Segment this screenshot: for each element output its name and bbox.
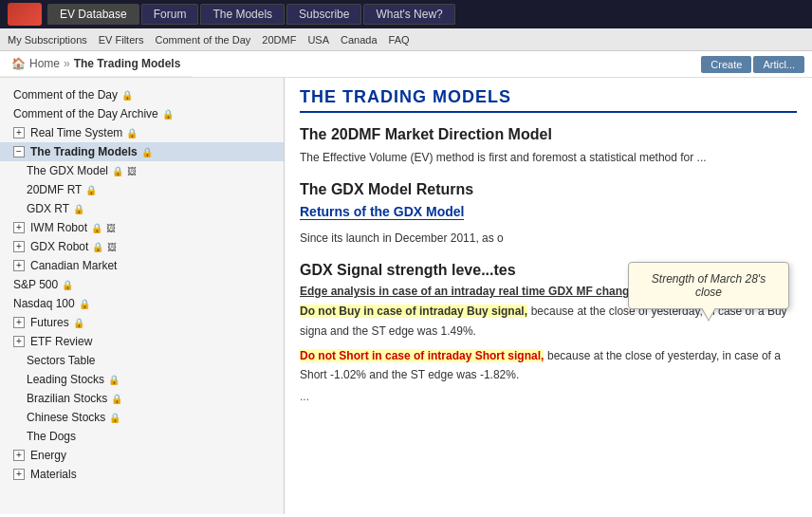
tab-models[interactable]: The Models [200, 4, 285, 25]
expand-icon[interactable]: + [13, 317, 25, 328]
image-icon: 🖼 [107, 242, 117, 252]
sidebar-label: Futures [30, 316, 69, 329]
image-icon: 🖼 [106, 223, 116, 233]
sidebar-item-chinese-stocks[interactable]: Chinese Stocks 🔒 [0, 408, 284, 427]
sidebar-item-materials[interactable]: + Materials [0, 465, 284, 484]
lock-icon: 🔒 [162, 109, 174, 120]
sidebar-item-comment-archive[interactable]: Comment of the Day Archive 🔒 [0, 104, 284, 123]
sidebar-item-sp500[interactable]: S&P 500 🔒 [0, 275, 284, 294]
sidebar-label: The Trading Models [30, 145, 138, 158]
sidebar-label: GDX Robot [30, 240, 88, 253]
sidebar-label: Comment of the Day Archive [13, 107, 158, 120]
sidebar-item-real-time[interactable]: + Real Time System 🔒 [0, 123, 284, 142]
section-text-gdx-returns: Since its launch in December 2011, as o [300, 230, 797, 247]
tab-forum[interactable]: Forum [141, 4, 199, 25]
image-icon: 🖼 [127, 166, 137, 176]
sidebar-item-comment-day[interactable]: Comment of the Day 🔒 [0, 85, 284, 104]
subnav-canada[interactable]: Canada [341, 34, 378, 46]
breadcrumb-sep: » [64, 57, 70, 70]
subnav-faq[interactable]: FAQ [389, 34, 410, 46]
sidebar-item-nasdaq100[interactable]: Nasdaq 100 🔒 [0, 294, 284, 313]
lock-icon: 🔒 [108, 375, 120, 385]
section-gdx-returns: The GDX Model Returns Returns of the GDX… [300, 181, 797, 247]
sidebar-item-gdx-rt[interactable]: GDX RT 🔒 [0, 199, 284, 218]
site-logo [8, 3, 42, 26]
article-button[interactable]: Articl... [753, 56, 804, 73]
tab-subscribe[interactable]: Subscribe [286, 4, 361, 25]
sidebar-label: Brazilian Stocks [27, 392, 107, 405]
lock-icon: 🔒 [79, 299, 90, 309]
expand-icon[interactable]: + [13, 450, 25, 461]
expand-icon[interactable]: + [13, 336, 25, 347]
sidebar-label: 20DMF RT [27, 183, 82, 196]
expand-icon[interactable]: + [13, 241, 25, 252]
sidebar-item-sectors-table[interactable]: Sectors Table [0, 351, 284, 370]
subnav-20dmf[interactable]: 20DMF [262, 34, 296, 46]
lock-icon: 🔒 [73, 318, 84, 328]
lock-icon: 🔒 [62, 280, 73, 290]
lock-icon: 🔒 [141, 147, 153, 157]
sidebar-item-trading-models[interactable]: − The Trading Models 🔒 [0, 142, 284, 161]
section-20dmf: The 20DMF Market Direction Model The Eff… [300, 126, 797, 166]
subnav-ev-filters[interactable]: EV Filters [99, 34, 144, 46]
lock-icon: 🔒 [111, 394, 122, 404]
lock-icon: 🔒 [121, 90, 133, 101]
sidebar-label: S&P 500 [13, 278, 58, 291]
sidebar-item-canadian-market[interactable]: + Canadian Market [0, 256, 284, 275]
main-layout: Comment of the Day 🔒 Comment of the Day … [0, 78, 812, 514]
breadcrumb-home-icon: 🏠 [11, 57, 26, 70]
content-area: THE TRADING MODELS The 20DMF Market Dire… [285, 78, 812, 514]
short-signal-line: Do not Short in case of intraday Short s… [300, 346, 797, 386]
page-title: THE TRADING MODELS [300, 87, 797, 113]
sub-nav: My Subscriptions EV Filters Comment of t… [0, 28, 812, 51]
create-button[interactable]: Create [701, 56, 751, 73]
sidebar-item-gdx-robot[interactable]: + GDX Robot 🔒 🖼 [0, 237, 284, 256]
sidebar-item-iwm-robot[interactable]: + IWM Robot 🔒 🖼 [0, 218, 284, 237]
tab-ev-database[interactable]: EV Database [47, 4, 139, 25]
lock-icon: 🔒 [126, 128, 138, 138]
expand-icon[interactable]: + [13, 127, 25, 138]
sidebar-label: Materials [30, 468, 77, 481]
sidebar-item-brazilian-stocks[interactable]: Brazilian Stocks 🔒 [0, 389, 284, 408]
expand-icon[interactable]: + [13, 260, 25, 271]
breadcrumb-home-link[interactable]: Home [29, 57, 60, 70]
sidebar-label: Canadian Market [30, 259, 117, 272]
expand-icon[interactable]: − [13, 146, 25, 157]
sidebar-label: Real Time System [30, 126, 122, 139]
top-nav: EV Database Forum The Models Subscribe W… [47, 4, 455, 25]
sidebar-label: The GDX Model [27, 164, 108, 177]
section-gdx-signal: GDX Signal strength leve...tes Strength … [300, 262, 797, 403]
breadcrumb-current: The Trading Models [74, 57, 181, 70]
sidebar-item-the-dogs[interactable]: The Dogs [0, 427, 284, 446]
lock-icon: 🔒 [92, 242, 103, 252]
expand-icon[interactable]: + [13, 222, 25, 233]
expand-icon[interactable]: + [13, 469, 25, 480]
lock-icon: 🔒 [91, 223, 102, 233]
tab-whats-new[interactable]: What's New? [363, 4, 454, 25]
sidebar-label: The Dogs [27, 430, 76, 443]
sidebar-item-leading-stocks[interactable]: Leading Stocks 🔒 [0, 370, 284, 389]
sidebar-item-futures[interactable]: + Futures 🔒 [0, 313, 284, 332]
subnav-comment-day[interactable]: Comment of the Day [155, 34, 250, 46]
sidebar-item-gdx-model[interactable]: The GDX Model 🔒 🖼 [0, 161, 284, 180]
sidebar-label: Energy [30, 449, 66, 462]
lock-icon: 🔒 [73, 204, 84, 214]
short-signal-highlight: Do not Short in case of intraday Short s… [300, 349, 544, 362]
buy-signal-highlight: Do not Buy in case of intraday Buy signa… [300, 305, 527, 318]
tooltip-box: Strength of March 28's close [628, 262, 789, 309]
section-subheading-gdx: Returns of the GDX Model [300, 204, 464, 220]
section-text-20dmf: The Effective Volume (EV) method is firs… [300, 149, 797, 166]
ellipsis-text: ... [300, 390, 797, 403]
sidebar-item-etf-review[interactable]: + ETF Review [0, 332, 284, 351]
subnav-usa[interactable]: USA [307, 34, 329, 46]
breadcrumb: 🏠 Home » The Trading Models [0, 51, 192, 77]
sidebar-item-energy[interactable]: + Energy [0, 446, 284, 465]
section-heading-gdx-returns: The GDX Model Returns [300, 181, 797, 198]
sidebar-label: Comment of the Day [13, 88, 118, 102]
subnav-my-subscriptions[interactable]: My Subscriptions [8, 34, 87, 46]
section-heading-20dmf: The 20DMF Market Direction Model [300, 126, 797, 143]
sidebar-item-20dmf-rt[interactable]: 20DMF RT 🔒 [0, 180, 284, 199]
sidebar-label: ETF Review [30, 335, 92, 348]
top-bar: EV Database Forum The Models Subscribe W… [0, 0, 812, 28]
sidebar-label: IWM Robot [30, 221, 87, 234]
